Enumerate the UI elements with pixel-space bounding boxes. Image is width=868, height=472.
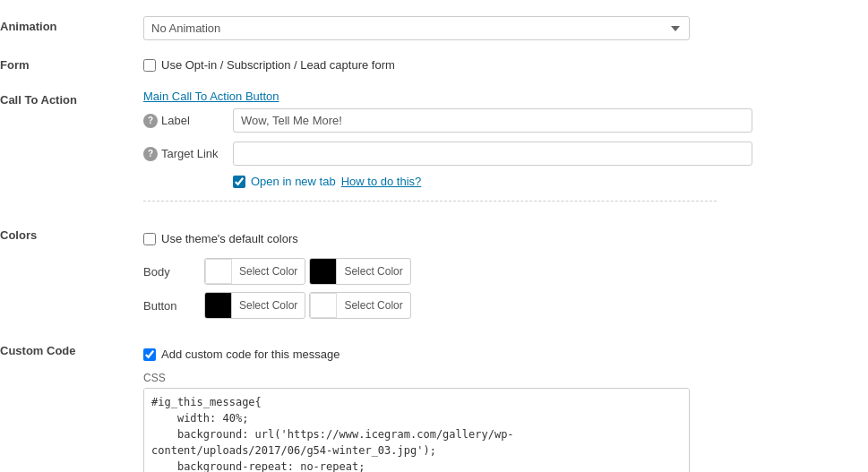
default-colors-label: Use theme's default colors (161, 232, 298, 245)
colors-label: Colors (0, 218, 143, 333)
animation-select[interactable]: No Animation (143, 16, 690, 40)
button-color-btn-1[interactable]: Select Color (204, 292, 305, 319)
body-color-btn-2[interactable]: Select Color (309, 258, 410, 285)
cta-main-button-link[interactable]: Main Call To Action Button (143, 90, 279, 103)
body-color-swatch-1 (205, 259, 232, 284)
animation-label: Animation (0, 9, 143, 47)
body-select-color-label-2: Select Color (337, 265, 409, 278)
custom-code-checkbox[interactable] (143, 348, 156, 361)
body-select-color-label-1: Select Color (232, 265, 305, 278)
body-color-btn-1[interactable]: Select Color (204, 258, 305, 285)
label-field-label: Label (161, 114, 190, 127)
button-color-swatch-1 (205, 293, 232, 318)
button-select-color-label-1: Select Color (232, 299, 305, 312)
css-textarea[interactable] (143, 388, 690, 472)
button-color-swatch-2 (310, 293, 337, 318)
label-help-icon[interactable]: ? (143, 114, 158, 128)
cta-label: Call To Action (0, 82, 143, 218)
target-link-input[interactable] (233, 142, 752, 166)
form-checkbox[interactable] (143, 59, 156, 72)
button-color-btn-2[interactable]: Select Color (309, 292, 410, 319)
form-checkbox-label: Use Opt-in / Subscription / Lead capture… (161, 58, 395, 72)
body-color-swatch-2 (310, 259, 337, 284)
target-link-help-icon[interactable]: ? (143, 147, 158, 161)
default-colors-checkbox[interactable] (143, 233, 156, 245)
body-color-label: Body (143, 265, 197, 279)
target-link-label: Target Link (161, 147, 219, 160)
label-field-input[interactable] (233, 108, 752, 133)
custom-code-checkbox-label: Add custom code for this message (161, 348, 339, 361)
how-to-link[interactable]: How to do this? (341, 175, 422, 188)
custom-code-label: Custom Code (0, 333, 143, 472)
css-label: CSS (143, 372, 868, 384)
open-new-tab-checkbox[interactable] (233, 176, 245, 188)
open-new-tab-label: Open in new tab (251, 175, 336, 188)
button-select-color-label-2: Select Color (337, 299, 409, 312)
button-color-label: Button (143, 299, 197, 313)
form-label: Form (0, 47, 143, 82)
